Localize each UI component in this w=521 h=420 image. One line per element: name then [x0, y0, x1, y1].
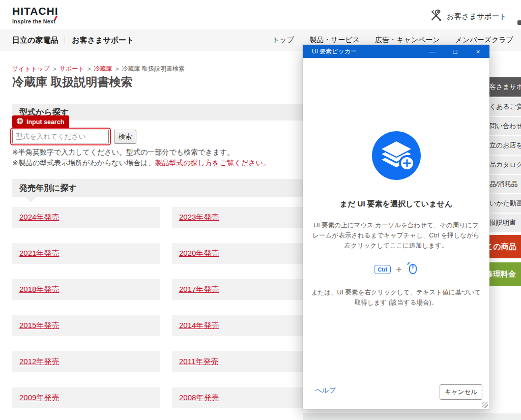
year-link-2024[interactable]: 2024年発売 — [19, 213, 59, 222]
breadcrumb-separator: > — [88, 66, 91, 73]
plus-icon: + — [396, 264, 402, 276]
year-grid: 2024年発売 2023年発売 2021年発売 2020年発売 2018年発売 … — [12, 207, 320, 408]
ctrl-click-hint: Ctrl + — [374, 262, 418, 277]
year-box: 2012年発売 — [12, 351, 160, 372]
input-search-badge: Input search — [12, 115, 69, 128]
ui-picker-highlight-frame — [10, 128, 111, 145]
resize-grip[interactable] — [482, 402, 488, 408]
cut-off-icon — [517, 20, 521, 25]
year-box: 2014年発売 — [172, 315, 320, 336]
layers-add-icon — [372, 131, 421, 180]
customer-support-label: お客さまサポート — [447, 12, 507, 21]
input-search-badge-label: Input search — [26, 118, 64, 126]
year-box: 2023年発売 — [172, 207, 320, 228]
sidebar-item-stores[interactable]: 立のお店を — [488, 136, 521, 155]
sidebar-header: 客さまサポ — [488, 77, 521, 97]
year-link-2018[interactable]: 2018年発売 — [19, 285, 59, 294]
page-title: 冷蔵庫 取扱説明書検索 — [12, 74, 132, 90]
sidebar-item-howto-videos[interactable]: いかた動画 — [488, 194, 521, 213]
sidebar-item-faq[interactable]: くあるご質 — [488, 98, 521, 116]
ui-element-picker-dialog: UI 要素ピッカー — □ × まだ UI 要素を選択していません UI 要素の… — [303, 45, 489, 409]
band-pointer — [25, 197, 37, 202]
tools-icon — [429, 9, 443, 24]
year-link-2012[interactable]: 2012年発売 — [19, 357, 59, 367]
model-search-note-2: ※製品の型式表示場所がわからない場合は、製品型式の探し方をご覧ください。 — [12, 159, 270, 168]
maximize-icon[interactable]: □ — [444, 45, 467, 58]
breadcrumb-site-top[interactable]: サイトトップ — [12, 65, 50, 73]
close-icon[interactable]: × — [467, 45, 489, 58]
nav-item-top[interactable]: トップ — [272, 36, 294, 45]
hitachi-logo[interactable]: HITACHI Inspire the Next — [12, 6, 59, 25]
year-box: 2017年発売 — [172, 279, 320, 300]
year-link-2020[interactable]: 2020年発売 — [179, 249, 219, 258]
year-link-2009[interactable]: 2009年発売 — [19, 393, 59, 403]
nav-brand-support[interactable]: お客さまサポート — [72, 36, 134, 45]
dialog-title: UI 要素ピッカー — [303, 47, 421, 56]
window-controls: — □ × — [421, 45, 489, 58]
sidebar-banner-repair-fee[interactable]: 修理料金 — [488, 262, 521, 286]
empty-state-heading: まだ UI 要素を選択していません — [340, 199, 453, 209]
year-link-2021[interactable]: 2021年発売 — [19, 249, 59, 258]
nav-item-members[interactable]: メンバーズクラブ — [455, 36, 513, 45]
nav-brand-appliances[interactable]: 日立の家電品 — [12, 36, 58, 45]
sidebar-item-manuals[interactable]: 扱説明書 — [488, 214, 521, 232]
breadcrumb-current: 冷蔵庫 取扱説明書検索 — [122, 65, 185, 73]
mouse-icon — [407, 262, 418, 277]
breadcrumb-refrigerator[interactable]: 冷蔵庫 — [94, 65, 112, 73]
sidebar-item-contact[interactable]: 問い合わせ — [488, 117, 521, 135]
help-link[interactable]: ヘルプ — [315, 386, 336, 395]
right-click-instructions: または、UI 要素を右クリックして、テキスト値に基づいて取得します (該当する場… — [311, 287, 482, 308]
year-link-2011[interactable]: 2011年発売 — [179, 357, 218, 367]
search-button[interactable]: 検索 — [114, 130, 136, 144]
breadcrumb: サイトトップ > サポート > 冷蔵庫 > 冷蔵庫 取扱説明書検索 — [12, 65, 185, 73]
nav-item-products[interactable]: 製品・サービス — [309, 36, 360, 45]
breadcrumb-support[interactable]: サポート — [60, 65, 84, 73]
sidebar-item-catalog[interactable]: 品カタログ — [488, 156, 521, 174]
dialog-titlebar[interactable]: UI 要素ピッカー — □ × — [303, 45, 489, 58]
breadcrumb-separator: > — [53, 66, 56, 73]
nav-item-campaign[interactable]: 広告・キャンペーン — [375, 36, 440, 45]
globe-icon — [16, 117, 23, 126]
year-box: 2011年発売 — [172, 351, 320, 372]
logo-tagline: Inspire the Next — [12, 18, 55, 24]
customer-support-link[interactable]: お客さまサポート — [429, 9, 507, 24]
sidebar-banner-product[interactable]: この商品 — [488, 235, 521, 258]
cancel-button[interactable]: キャンセル — [440, 384, 482, 400]
year-link-2015[interactable]: 2015年発売 — [19, 321, 59, 331]
breadcrumb-separator: > — [115, 66, 119, 73]
page: HITACHI Inspire the Next お客さまサポート 日立の家電品… — [0, 0, 521, 420]
year-link-2008[interactable]: 2008年発売 — [179, 393, 219, 403]
year-box: 2021年発売 — [12, 243, 160, 264]
nav-divider — [65, 35, 65, 45]
note-2-text: ※製品の型式表示場所がわからない場合は、 — [12, 159, 155, 167]
model-number-guide-link[interactable]: 製品型式の探し方をご覧ください。 — [155, 159, 270, 167]
year-box: 2008年発売 — [172, 387, 320, 408]
support-sidebar: 客さまサポ くあるご質 問い合わせ 立のお店を 品カタログ 品/消耗品 いかた動… — [488, 77, 521, 286]
year-link-2014[interactable]: 2014年発売 — [179, 321, 219, 331]
bottom-strip — [303, 413, 521, 420]
year-link-2017[interactable]: 2017年発売 — [179, 285, 219, 294]
empty-state-instructions: UI 要素の上にマウス カーソルを合わせて、その周りにフレームが表示されるまでキ… — [311, 220, 482, 251]
year-box: 2015年発売 — [12, 315, 160, 336]
sidebar-item-parts[interactable]: 品/消耗品 — [488, 175, 521, 193]
year-box: 2018年発売 — [12, 279, 160, 300]
navbar-brand-group: 日立の家電品 お客さまサポート — [12, 29, 134, 51]
logo-wordmark: HITACHI — [12, 6, 59, 16]
model-search-note-1: ※半角英数字で入力してください。型式の一部分でも検索できます。 — [12, 148, 234, 157]
minimize-icon[interactable]: — — [421, 45, 444, 58]
ctrl-key-icon: Ctrl — [374, 265, 391, 274]
year-link-2023[interactable]: 2023年発売 — [179, 213, 219, 222]
dialog-body: まだ UI 要素を選択していません UI 要素の上にマウス カーソルを合わせて、… — [303, 58, 489, 409]
year-box: 2009年発売 — [12, 387, 160, 408]
year-box: 2020年発売 — [172, 243, 320, 264]
year-box: 2024年発売 — [12, 207, 160, 228]
